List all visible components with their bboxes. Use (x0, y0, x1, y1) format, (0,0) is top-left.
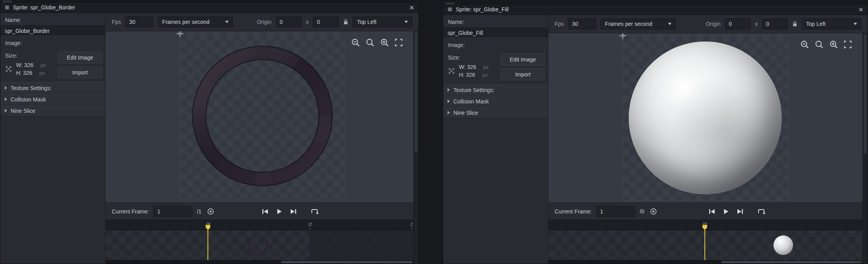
zoom-reset-button[interactable] (364, 37, 376, 48)
image-label: Image: (0, 36, 105, 49)
height-value: H: 326 (16, 70, 32, 76)
origin-preset-dropdown[interactable]: Top Left (353, 16, 412, 27)
titlebar[interactable]: Sprite: spr_Globe_Border ✕ (0, 2, 419, 13)
zoom-out-button[interactable] (350, 37, 361, 48)
px-unit: px (39, 70, 45, 76)
current-frame-label: Current Frame: (112, 208, 149, 215)
vertical-scrollbar[interactable] (863, 33, 868, 264)
origin-y-input[interactable] (313, 16, 339, 27)
fit-canvas-button[interactable] (393, 37, 404, 48)
origin-label: Origin (706, 21, 721, 27)
frame-thumbnail-sphere[interactable] (773, 235, 793, 255)
window-dock-tab[interactable] (445, 2, 455, 4)
width-value: W: 326 (16, 62, 33, 68)
frame-strip[interactable] (106, 230, 413, 260)
current-frame-input[interactable] (153, 206, 193, 217)
size-label: Size: (448, 51, 501, 64)
frame-strip[interactable] (548, 230, 863, 260)
section-collision-mask[interactable]: Collision Mask (443, 96, 548, 107)
origin-label: Origin (257, 19, 271, 25)
sprite-editor-window-globe-border: Sprite: spr_Globe_Border ✕ Name: Image: … (0, 2, 419, 264)
origin-preset-dropdown[interactable]: Top Left (802, 18, 861, 29)
px-unit: px (483, 64, 489, 70)
timeline-playhead[interactable] (704, 225, 705, 260)
fps-mode-dropdown[interactable]: Frames per second (158, 16, 233, 27)
skip-to-end-button[interactable] (735, 207, 745, 216)
height-value: H: 326 (459, 72, 475, 78)
frame-thumbnail-ring[interactable] (247, 234, 269, 257)
vertical-scrollbar-thumb[interactable] (415, 32, 418, 153)
zoom-controls (350, 37, 404, 48)
close-button[interactable]: ✕ (409, 5, 414, 11)
play-button[interactable] (275, 207, 283, 216)
origin-x-input[interactable] (725, 18, 751, 29)
import-button[interactable]: Import (501, 69, 545, 80)
section-nine-slice[interactable]: Nine Slice (0, 105, 105, 116)
horizontal-scrollbar[interactable] (106, 260, 413, 264)
skip-to-end-button[interactable] (289, 207, 298, 216)
frame-total: /1 (197, 208, 202, 215)
close-button[interactable]: ✕ (858, 7, 863, 13)
lock-icon[interactable] (792, 21, 797, 27)
zoom-reset-icon (815, 40, 824, 49)
canvas-toolbar: Fps Frames per second Origin x Top Left (548, 15, 868, 33)
titlebar[interactable]: Sprite: spr_Globe_Fill ✕ (443, 4, 868, 15)
skip-to-start-button[interactable] (260, 207, 270, 216)
section-texture-settings[interactable]: Texture Settings: (443, 84, 548, 96)
skip-to-start-button[interactable] (707, 207, 717, 216)
section-texture-settings[interactable]: Texture Settings: (0, 82, 105, 94)
timeline-playhead[interactable] (207, 225, 208, 260)
window-dock-tab[interactable] (2, 0, 12, 2)
name-label: Name: (443, 15, 548, 27)
section-nine-slice[interactable]: Nine Slice (443, 107, 548, 118)
size-block: Size: W: 326px H: 326px Edit Image (0, 49, 105, 82)
transport-controls (260, 207, 320, 216)
globe-fill-sprite (629, 42, 782, 194)
fit-canvas-button[interactable] (843, 39, 853, 50)
import-button[interactable]: Import (58, 67, 102, 78)
edit-image-button[interactable]: Edit Image (501, 54, 545, 65)
horizontal-scrollbar[interactable] (548, 260, 863, 264)
origin-x-input[interactable] (276, 16, 302, 27)
chevron-right-icon (448, 111, 450, 114)
current-frame-input[interactable] (596, 206, 635, 217)
horizontal-scrollbar-thumb[interactable] (721, 261, 862, 263)
animation-timeline: 0f 1f 2 (106, 220, 413, 260)
timeline-ruler[interactable]: 0f 1f 2 (106, 220, 413, 230)
loop-button[interactable] (309, 207, 320, 216)
px-unit: px (482, 72, 488, 78)
current-frame-label: Current Frame: (555, 208, 592, 215)
horizontal-scrollbar-thumb[interactable] (281, 261, 413, 263)
edit-image-button[interactable]: Edit Image (58, 52, 102, 63)
zoom-reset-icon (366, 38, 375, 47)
fps-mode-dropdown[interactable]: Frames per second (601, 18, 676, 29)
transparency-checker (180, 34, 345, 198)
section-label: Nine Slice (11, 108, 35, 114)
section-label: Collision Mask (11, 96, 46, 103)
sprite-editor-window-globe-fill: Sprite: spr_Globe_Fill ✕ Name: Image: Si… (443, 4, 868, 264)
zoom-reset-button[interactable] (813, 39, 825, 50)
name-label: Name: (0, 13, 105, 25)
zoom-in-button[interactable] (828, 39, 839, 50)
origin-y-input[interactable] (762, 18, 788, 29)
window-title: Sprite: spr_Globe_Border (13, 4, 75, 11)
timeline-tick: 1f (308, 222, 312, 227)
loop-button[interactable] (756, 207, 767, 216)
fps-input[interactable] (568, 18, 596, 29)
zoom-in-button[interactable] (379, 37, 390, 48)
zoom-out-button[interactable] (799, 39, 810, 50)
fps-input[interactable] (125, 16, 153, 27)
loop-icon (310, 208, 319, 215)
section-collision-mask[interactable]: Collision Mask (0, 94, 105, 105)
lock-icon[interactable] (343, 19, 348, 25)
vertical-scrollbar-thumb[interactable] (864, 34, 867, 154)
size-label: Size: (5, 49, 58, 62)
origin-crosshair-icon[interactable] (619, 33, 627, 40)
vertical-scrollbar[interactable] (413, 31, 419, 264)
play-button[interactable] (722, 207, 730, 216)
record-button[interactable] (649, 207, 658, 216)
sprite-name-input[interactable] (443, 27, 548, 38)
sprite-name-input[interactable] (0, 25, 105, 36)
record-button[interactable] (206, 207, 215, 216)
sprite-canvas (548, 33, 863, 203)
